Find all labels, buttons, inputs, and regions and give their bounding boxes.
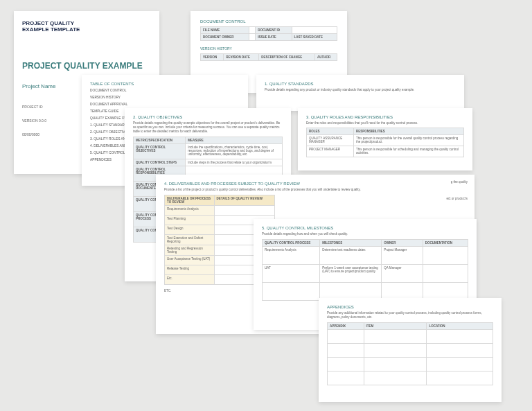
cell xyxy=(364,344,427,358)
roles-heading: 3. QUALITY ROLES AND RESPONSIBILITIES xyxy=(306,115,464,119)
th: RESPONSIBILITIES xyxy=(354,128,464,135)
deliverables-heading: 4. DELIVERABLES AND PROCESSES SUBJECT TO… xyxy=(164,182,466,186)
appendices-desc: Provide any additional information relat… xyxy=(327,311,493,320)
cell: REVISION DATE xyxy=(224,54,259,61)
cell: DESCRIPTION OF CHANGE xyxy=(259,54,315,61)
cell xyxy=(364,358,427,371)
cell: PROJECT MANAGER xyxy=(307,146,354,157)
cell: Test Planning xyxy=(165,216,215,225)
appendices-heading: APPENDICES xyxy=(327,305,493,309)
version-history-table: VERSION REVISION DATE DESCRIPTION OF CHA… xyxy=(200,53,337,61)
cell: Retesting and Regression Testing xyxy=(165,245,215,256)
cell: QA Manager xyxy=(382,265,423,283)
cell: Etc. xyxy=(165,275,215,285)
cell: DOCUMENT ID xyxy=(256,27,292,34)
aside-text: g the quality xyxy=(451,180,468,184)
th: METRIC/SPECIFICATION xyxy=(134,137,186,144)
template-header-2: EXAMPLE TEMPLATE xyxy=(22,27,151,33)
cell xyxy=(364,371,427,385)
cell: This person is responsible for schedulin… xyxy=(354,146,464,157)
cell: ISSUE DATE xyxy=(256,34,292,41)
cell: FILE NAME xyxy=(201,27,249,34)
cell xyxy=(427,344,493,358)
toc-item: DOCUMENT CONTROL xyxy=(90,89,240,92)
cell: Include the specifications, characterist… xyxy=(186,144,283,159)
cell: VERSION xyxy=(201,54,224,61)
cell xyxy=(263,283,320,301)
standards-heading: 1. QUALITY STANDARDS xyxy=(265,82,456,86)
cell: Requirements Analysis xyxy=(263,247,320,265)
cell: Project Manager xyxy=(382,247,423,265)
roles-table: ROLES RESPONSIBILITIES QUALITY ASSURANCE… xyxy=(306,128,464,157)
th: ROLES xyxy=(307,128,354,135)
cell: Requirements Analysis xyxy=(165,206,215,216)
cell xyxy=(328,344,364,358)
th: OWNER xyxy=(382,240,423,247)
version-history-heading: VERSION HISTORY xyxy=(200,46,337,51)
th: MILESTONES xyxy=(320,240,382,247)
cell xyxy=(249,27,255,34)
cell: Include steps in the process that relate… xyxy=(186,159,283,166)
cell: DOCUMENT OWNER xyxy=(201,34,249,41)
th: DOCUMENTATION xyxy=(423,240,468,247)
page-appendices: APPENDICES Provide any additional inform… xyxy=(319,298,502,402)
cell xyxy=(249,34,255,41)
cell xyxy=(427,358,493,371)
deliverables-desc: Provide a list of the project or product… xyxy=(164,188,466,192)
th: DETAILS OF QUALITY REVIEW xyxy=(214,195,274,206)
cell: LAST SAVED DATE xyxy=(292,34,337,41)
cell: This person is responsible for the overa… xyxy=(354,135,464,146)
cell xyxy=(364,330,427,344)
page-quality-standards: 1. QUALITY STANDARDS Provide details reg… xyxy=(256,75,464,111)
cell: QUALITY CONTROL STEPS xyxy=(134,159,186,166)
cell: QUALITY CONTROL OBJECTIVES xyxy=(134,144,186,159)
cell: QUALITY ASSURANCE MANAGER xyxy=(307,135,354,146)
cell xyxy=(214,206,274,216)
cell xyxy=(328,371,364,385)
objectives-desc: Provide details regarding the quality ex… xyxy=(133,121,283,134)
th: ITEM xyxy=(364,323,427,330)
toc-item: DOCUMENT APPROVAL xyxy=(90,103,240,106)
th: DELIVERABLE OR PROCESS TO REVIEW xyxy=(165,195,215,206)
doc-control-heading: DOCUMENT CONTROL xyxy=(200,19,337,24)
cell: Determine test readiness dates xyxy=(320,247,382,265)
toc-heading: TABLE OF CONTENTS xyxy=(90,82,240,86)
cell xyxy=(292,27,337,34)
aside-text: ect or product's xyxy=(446,197,468,200)
cell xyxy=(423,265,468,283)
th: LOCATION xyxy=(427,323,493,330)
cell: User Acceptance Testing (UAT) xyxy=(165,256,215,265)
doc-control-table: FILE NAME DOCUMENT ID DOCUMENT OWNER ISS… xyxy=(200,26,337,41)
cell xyxy=(328,330,364,344)
toc-item: VERSION HISTORY xyxy=(90,96,240,99)
standards-desc: Provide details regarding any product or… xyxy=(265,88,456,92)
th: APPENDIX xyxy=(328,323,364,330)
cell: Test Execution and Defect Reporting xyxy=(165,235,215,245)
th: QUALITY CONTROL PROCESS xyxy=(263,240,320,247)
cell xyxy=(328,358,364,371)
cell xyxy=(427,371,493,385)
cell: Release Testing xyxy=(165,265,215,275)
roles-desc: Enter the roles and responsibilities tha… xyxy=(306,121,464,125)
appendices-table: APPENDIX ITEM LOCATION xyxy=(327,322,493,385)
cell: AUTHOR xyxy=(314,54,337,61)
cell xyxy=(427,330,493,344)
milestones-desc: Provide details regarding how and when y… xyxy=(262,232,468,236)
cell: Test Design xyxy=(165,225,215,235)
cell: Perform 1-week user acceptance testing (… xyxy=(320,265,382,283)
doc-title: PROJECT QUALITY EXAMPLE xyxy=(22,61,151,71)
cell: UAT xyxy=(263,265,320,283)
milestones-heading: 5. QUALITY CONTROL MILESTONES xyxy=(262,226,468,230)
page-roles: 3. QUALITY ROLES AND RESPONSIBILITIES En… xyxy=(298,108,472,170)
milestones-table: QUALITY CONTROL PROCESS MILESTONES OWNER… xyxy=(262,239,468,301)
objectives-heading: 2. QUALITY OBJECTIVES xyxy=(133,115,283,119)
cell xyxy=(423,247,468,265)
th: MEASURE xyxy=(186,137,283,144)
